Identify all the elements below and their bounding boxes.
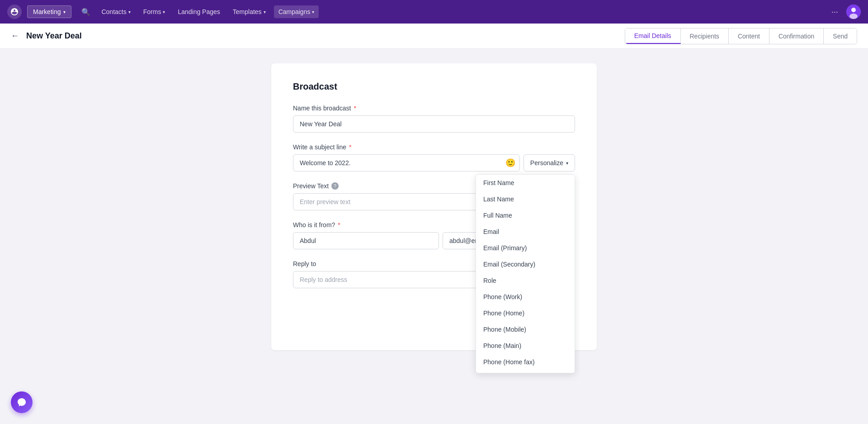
nav-contacts[interactable]: Contacts ▾: [97, 5, 135, 18]
name-field-label: Name this broadcast *: [293, 105, 575, 112]
subject-required-indicator: *: [349, 143, 351, 151]
top-navigation: Marketing ▾ 🔍 Contacts ▾ Forms ▾ Landing…: [0, 0, 868, 24]
nav-contacts-label: Contacts: [101, 8, 126, 15]
back-icon: ←: [11, 31, 19, 41]
subject-field-group: Write a subject line * 🙂 Personalize ▾: [293, 143, 575, 172]
page-title: New Year Deal: [26, 31, 625, 41]
brand-dropdown-button[interactable]: Marketing ▾: [27, 5, 71, 18]
broadcast-form-card: Broadcast Name this broadcast * Write a …: [271, 63, 597, 350]
dropdown-item-email-secondary[interactable]: Email (Secondary): [476, 256, 575, 272]
tab-send[interactable]: Send: [824, 29, 857, 44]
dropdown-item-email[interactable]: Email: [476, 224, 575, 240]
more-options-button[interactable]: ···: [827, 5, 843, 19]
nav-contacts-chevron: ▾: [128, 10, 131, 14]
nav-forms[interactable]: Forms ▾: [139, 5, 170, 18]
svg-point-1: [851, 8, 856, 12]
nav-campaigns-label: Campaigns: [278, 8, 311, 15]
dropdown-item-fullname[interactable]: Full Name: [476, 207, 575, 224]
brand-chevron-icon: ▾: [63, 10, 66, 14]
from-name-input[interactable]: [293, 232, 439, 249]
dropdown-item-phone-home[interactable]: Phone (Home): [476, 305, 575, 321]
tab-content[interactable]: Content: [729, 29, 769, 44]
nav-forms-label: Forms: [143, 8, 161, 15]
subject-row: 🙂 Personalize ▾: [293, 154, 575, 172]
preview-text-help-icon[interactable]: ?: [331, 182, 339, 190]
subheader: ← New Year Deal Email Details Recipients…: [0, 24, 868, 49]
search-button[interactable]: 🔍: [79, 5, 93, 19]
brand-label: Marketing: [33, 8, 61, 15]
dropdown-item-phone-work-fax[interactable]: Phone (Work fax): [476, 370, 575, 373]
chat-support-button[interactable]: [11, 391, 33, 413]
app-logo: [7, 5, 22, 19]
dropdown-item-phone-home-fax[interactable]: Phone (Home fax): [476, 354, 575, 370]
step-tabs: Email Details Recipients Content Confirm…: [625, 28, 857, 44]
dropdown-item-role[interactable]: Role: [476, 272, 575, 289]
user-avatar[interactable]: [846, 5, 861, 19]
name-required-indicator: *: [354, 105, 356, 112]
svg-point-2: [849, 14, 858, 19]
broadcast-name-input[interactable]: [293, 115, 575, 133]
dropdown-item-firstname[interactable]: First Name: [476, 175, 575, 191]
subject-field-label: Write a subject line *: [293, 143, 575, 151]
nav-forms-chevron: ▾: [163, 10, 165, 14]
form-title: Broadcast: [293, 81, 575, 92]
main-content: Broadcast Name this broadcast * Write a …: [0, 49, 868, 365]
emoji-picker-button[interactable]: 🙂: [505, 158, 515, 168]
nav-campaigns-chevron: ▾: [312, 10, 314, 14]
subject-line-input[interactable]: [293, 154, 520, 172]
dropdown-item-phone-work[interactable]: Phone (Work): [476, 289, 575, 305]
dropdown-item-phone-main[interactable]: Phone (Main): [476, 338, 575, 354]
tab-confirmation[interactable]: Confirmation: [769, 29, 824, 44]
nav-templates[interactable]: Templates ▾: [228, 5, 270, 18]
nav-landing-pages-label: Landing Pages: [178, 8, 220, 15]
back-button[interactable]: ←: [11, 31, 19, 41]
nav-templates-label: Templates: [233, 8, 262, 15]
personalize-dropdown: First Name Last Name Full Name Email Ema…: [476, 174, 575, 373]
subject-personalize-button[interactable]: Personalize ▾: [524, 154, 575, 172]
nav-landing-pages[interactable]: Landing Pages: [173, 5, 224, 18]
nav-campaigns[interactable]: Campaigns ▾: [274, 5, 319, 18]
dropdown-item-email-primary[interactable]: Email (Primary): [476, 240, 575, 256]
from-required-indicator: *: [338, 221, 340, 229]
tab-email-details[interactable]: Email Details: [625, 29, 681, 44]
dropdown-item-lastname[interactable]: Last Name: [476, 191, 575, 207]
dropdown-item-phone-mobile[interactable]: Phone (Mobile): [476, 321, 575, 338]
tab-recipients[interactable]: Recipients: [681, 29, 729, 44]
subject-personalize-chevron: ▾: [566, 161, 568, 166]
subject-input-wrap: 🙂: [293, 154, 520, 172]
nav-templates-chevron: ▾: [264, 10, 266, 14]
name-field-group: Name this broadcast *: [293, 105, 575, 133]
subject-personalize-label: Personalize: [530, 159, 563, 167]
